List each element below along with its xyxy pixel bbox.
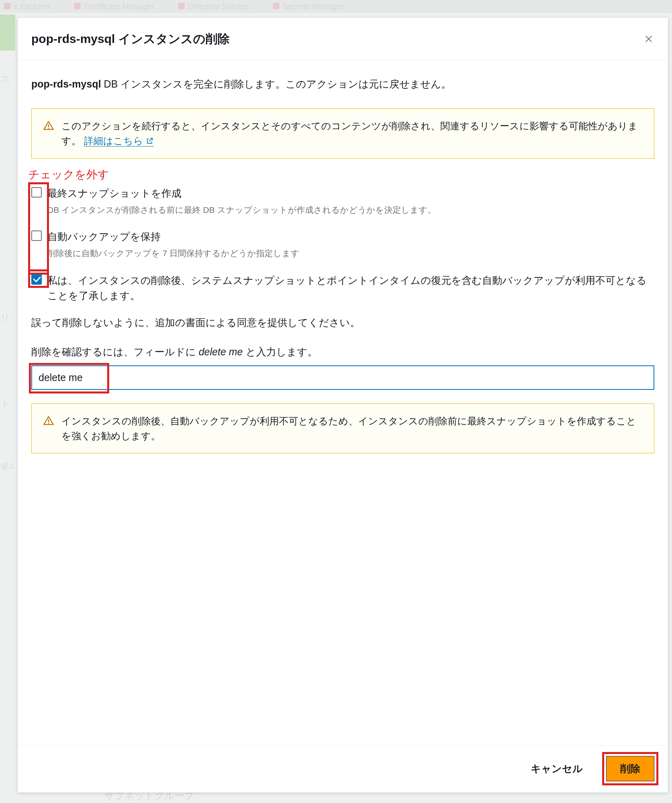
checkbox-acknowledge[interactable] bbox=[31, 274, 42, 285]
intro-text: pop-rds-mysql DB インスタンスを完全に削除します。このアクション… bbox=[31, 76, 654, 92]
checkbox-group-annotated: 最終スナップショットを作成 DB インスタンスが削除される前に最終 DB スナッ… bbox=[31, 182, 654, 269]
checkbox-desc: 削除後に自動バックアップを 7 日間保持するかどうか指定します bbox=[47, 247, 654, 260]
alert-delete-warning: このアクションを続行すると、インスタンスとそのすべてのコンテンツが削除され、関連… bbox=[31, 108, 654, 158]
check-row-retain-backup: 自動バックアップを保持 削除後に自動バックアップを 7 日間保持するかどうか指定… bbox=[31, 226, 654, 269]
check-row-final-snapshot: 最終スナップショットを作成 DB インスタンスが削除される前に最終 DB スナッ… bbox=[31, 182, 654, 226]
annotation-label: チェックを外す bbox=[28, 166, 654, 183]
confirm-input[interactable] bbox=[31, 365, 654, 390]
dialog-body: pop-rds-mysql DB インスタンスを完全に削除します。このアクション… bbox=[18, 60, 668, 746]
confirm-input-wrap bbox=[31, 365, 654, 390]
check-row-acknowledge-wrap: 私は、インスタンスの削除後、システムスナップショットとポイントインタイムの復元を… bbox=[31, 269, 654, 308]
dialog-title: pop-rds-mysql インスタンスの削除 bbox=[31, 30, 230, 49]
svg-rect-0 bbox=[48, 124, 49, 127]
confirm-instruction: 削除を確認するには、フィールドに delete me と入力します。 bbox=[31, 344, 654, 360]
svg-rect-1 bbox=[48, 128, 49, 129]
alert-snapshot-recommendation: インスタンスの削除後、自動バックアップが利用不可となるため、インスタンスの削除前… bbox=[31, 404, 654, 453]
dialog-footer: キャンセル 削除 bbox=[18, 745, 668, 793]
consent-text: 誤って削除しないように、追加の書面による同意を提供してください。 bbox=[31, 315, 654, 330]
external-link-icon bbox=[146, 134, 154, 142]
learn-more-link[interactable]: 詳細はこちら bbox=[84, 135, 154, 147]
check-row-acknowledge: 私は、インスタンスの削除後、システムスナップショットとポイントインタイムの復元を… bbox=[31, 269, 654, 308]
close-icon[interactable] bbox=[643, 33, 654, 45]
checkbox-label: 自動バックアップを保持 bbox=[47, 229, 654, 245]
warning-icon bbox=[43, 415, 54, 426]
delete-button[interactable]: 削除 bbox=[606, 756, 654, 781]
svg-rect-2 bbox=[48, 419, 49, 422]
warning-icon bbox=[43, 120, 54, 131]
checkbox-retain-backup[interactable] bbox=[31, 230, 42, 241]
delete-instance-dialog: pop-rds-mysql インスタンスの削除 pop-rds-mysql DB… bbox=[18, 18, 668, 793]
dialog-header: pop-rds-mysql インスタンスの削除 bbox=[18, 18, 668, 60]
checkbox-label: 私は、インスタンスの削除後、システムスナップショットとポイントインタイムの復元を… bbox=[47, 273, 654, 304]
checkbox-desc: DB インスタンスが削除される前に最終 DB スナップショットが作成されるかどう… bbox=[47, 204, 654, 216]
checkbox-final-snapshot[interactable] bbox=[31, 187, 42, 198]
checkbox-label: 最終スナップショットを作成 bbox=[47, 185, 654, 201]
cancel-button[interactable]: キャンセル bbox=[517, 756, 597, 781]
svg-rect-3 bbox=[48, 423, 49, 424]
